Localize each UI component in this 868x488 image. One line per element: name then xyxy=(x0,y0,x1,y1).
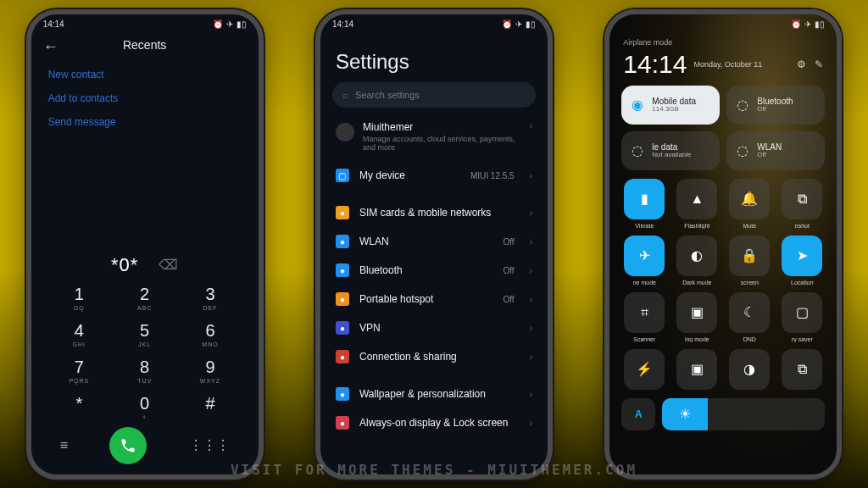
dialkey-4[interactable]: 4GHI xyxy=(47,321,112,347)
wallpaper-icon: ● xyxy=(336,387,349,401)
chevron-right-icon: › xyxy=(530,237,532,247)
extra-power-icon[interactable]: ⚡ xyxy=(621,349,667,390)
dialkey-0[interactable]: 0+ xyxy=(112,394,177,420)
connection-icon: ● xyxy=(336,350,349,363)
chevron-right-icon: › xyxy=(530,295,532,304)
quick-scanner-icon[interactable]: ⌗Scanner xyxy=(621,292,667,342)
phone-settings: 14:14 ⏰ ✈ ▮▯ Settings ⌕ Search settings … xyxy=(315,9,553,480)
settings-row[interactable]: ●VPN› xyxy=(320,313,548,342)
dialkey-8[interactable]: 8TUV xyxy=(112,358,177,384)
gear-icon[interactable]: ⚙ xyxy=(797,58,806,70)
chevron-right-icon: › xyxy=(530,324,532,333)
extra-cast-icon[interactable]: ▣ xyxy=(674,349,720,390)
dialkey-7[interactable]: 7PQRS xyxy=(47,358,112,384)
add-to-contacts-link[interactable]: Add to contacts xyxy=(48,92,242,104)
page-title: Recents xyxy=(31,35,259,52)
dialkey-*[interactable]: * xyxy=(47,394,112,420)
battery-icon: ▮▯ xyxy=(815,19,825,29)
quick-tiles: ▮Vibrate▲Flashlight🔔Mute⧉nshot✈ne mode◐D… xyxy=(609,170,837,342)
reading-icon: ▣ xyxy=(676,292,717,333)
action-links: New contact Add to contacts Send message xyxy=(31,60,259,131)
vibrate-icon: ▮ xyxy=(624,179,665,219)
settings-row[interactable]: ●Portable hotspotOff› xyxy=(320,285,548,313)
chevron-right-icon: › xyxy=(530,208,532,218)
row-label: Wallpaper & personalization xyxy=(359,388,520,400)
tile-le-data[interactable]: ◌le dataNot available xyxy=(621,131,720,170)
settings-row[interactable]: ●Always-on display & Lock screen› xyxy=(320,408,548,437)
dialkey-5[interactable]: 5JKL xyxy=(112,321,177,347)
bluetooth-icon: ◌ xyxy=(735,97,750,113)
status-icons: ⏰ ✈ ▮▯ xyxy=(791,19,825,29)
row-label: Bluetooth xyxy=(359,264,493,276)
dialkey-#[interactable]: # xyxy=(177,394,242,420)
extra-float-icon[interactable]: ⧉ xyxy=(779,349,825,390)
tile-bluetooth[interactable]: ◌BluetoothOff xyxy=(726,86,825,125)
airplane-icon: ✈ xyxy=(804,19,811,29)
row-value: MIUI 12.5.5 xyxy=(470,171,515,180)
bluetooth-icon: ● xyxy=(336,263,349,277)
hotspot-icon: ● xyxy=(336,292,349,306)
tile-mobile-data[interactable]: ◉Mobile data114.3GB xyxy=(621,86,720,125)
quick-vibrate-icon[interactable]: ▮Vibrate xyxy=(621,179,667,229)
quick-lock-icon[interactable]: 🔒screen xyxy=(726,236,772,286)
call-button[interactable] xyxy=(109,427,147,464)
statusbar: 14:14 ⏰ ✈ ▮▯ xyxy=(31,14,259,35)
vpn-icon: ● xyxy=(336,321,349,335)
airplane-icon: ✈ xyxy=(226,19,233,29)
location-icon: ➤ xyxy=(782,236,822,276)
tile-wlan[interactable]: ◌WLANOff xyxy=(726,131,825,170)
row-label: Always-on display & Lock screen xyxy=(359,417,520,429)
aod-icon: ● xyxy=(336,416,349,430)
brightness-slider[interactable]: ☀ xyxy=(662,398,825,430)
page-title: Settings xyxy=(320,35,548,82)
quick-flashlight-icon[interactable]: ▲Flashlight xyxy=(674,179,720,229)
extra-tiles: ⚡▣◑⧉ xyxy=(609,342,837,390)
account-row[interactable]: Miuithemer Manage accounts, cloud servic… xyxy=(320,116,548,162)
edit-icon[interactable]: ✎ xyxy=(815,58,823,70)
dialkey-1[interactable]: 1GQ xyxy=(47,285,112,311)
flashlight-icon: ▲ xyxy=(676,179,717,219)
dialpad-toggle-icon[interactable]: ⋮⋮⋮ xyxy=(189,437,230,453)
extra-invert-icon[interactable]: ◑ xyxy=(726,349,772,390)
settings-row[interactable]: ●SIM cards & mobile networks› xyxy=(320,198,548,227)
statusbar: 14:14 ⏰ ✈ ▮▯ xyxy=(320,14,548,35)
menu-icon[interactable]: ≡ xyxy=(60,438,68,453)
quick-darkmode-icon[interactable]: ◐Dark mode xyxy=(674,236,720,286)
settings-row[interactable]: ●Connection & sharing› xyxy=(320,342,548,371)
backspace-icon[interactable]: ⌫ xyxy=(159,257,178,273)
phone-icon xyxy=(120,437,136,454)
row-label: SIM cards & mobile networks xyxy=(359,207,520,219)
dialkey-3[interactable]: 3DEF xyxy=(177,285,242,311)
row-label: WLAN xyxy=(359,236,493,247)
send-message-link[interactable]: Send message xyxy=(48,116,242,128)
dialkey-6[interactable]: 6MNO xyxy=(177,321,242,347)
chevron-right-icon: › xyxy=(530,121,532,130)
new-contact-link[interactable]: New contact xyxy=(48,69,242,80)
quick-location-icon[interactable]: ➤Location xyxy=(779,236,825,286)
airplane-icon: ✈ xyxy=(624,236,665,276)
settings-row[interactable]: ●WLANOff› xyxy=(320,227,548,256)
settings-row[interactable]: ●Wallpaper & personalization› xyxy=(320,380,548,408)
quick-screenshot-icon[interactable]: ⧉nshot xyxy=(779,179,825,229)
search-input[interactable]: ⌕ Search settings xyxy=(332,82,536,108)
quick-airplane-icon[interactable]: ✈ne mode xyxy=(621,236,667,286)
airplane-icon: ✈ xyxy=(515,19,522,29)
dialkey-2[interactable]: 2ABC xyxy=(112,285,177,311)
quick-mute-icon[interactable]: 🔔Mute xyxy=(726,179,772,229)
settings-row[interactable]: ●BluetoothOff› xyxy=(320,256,548,285)
alarm-icon: ⏰ xyxy=(791,19,801,29)
chevron-right-icon: › xyxy=(530,352,532,362)
quick-dnd-icon[interactable]: ☾DND xyxy=(726,292,772,342)
quick-reading-icon[interactable]: ▣ing mode xyxy=(674,292,720,342)
quick-battery-icon[interactable]: ▢ry saver xyxy=(779,292,825,342)
chevron-right-icon: › xyxy=(530,171,532,180)
back-icon[interactable]: ← xyxy=(43,38,58,56)
dialkey-9[interactable]: 9WXYZ xyxy=(177,358,242,384)
search-icon: ⌕ xyxy=(342,90,348,100)
statusbar: ⏰ ✈ ▮▯ xyxy=(609,14,837,35)
auto-brightness-button[interactable]: A xyxy=(621,398,655,430)
battery-icon: ▮▯ xyxy=(526,19,536,29)
row-label: Portable hotspot xyxy=(359,293,493,305)
my-device-row[interactable]: ▢ My device MIUI 12.5.5 › xyxy=(320,161,548,190)
big-tiles: ◉Mobile data114.3GB◌BluetoothOff◌le data… xyxy=(609,86,837,170)
